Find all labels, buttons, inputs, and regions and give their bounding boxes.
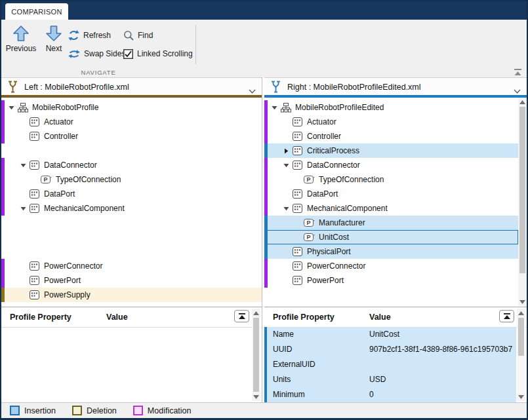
scroll-up-button[interactable] (517, 309, 525, 317)
property-row[interactable]: UnitsUSD (264, 372, 516, 387)
left-tree: MobileRobotProfileActuatorControllerData… (1, 98, 262, 306)
tree-item[interactable]: PowerPort (1, 273, 262, 288)
legend-item-modification: Modification (133, 406, 192, 415)
tree-item[interactable]: Actuator (264, 115, 518, 129)
checkbox-checked-icon[interactable] (123, 49, 133, 59)
tree-item-label: Actuator (307, 117, 336, 126)
diff-edge-modification (264, 187, 268, 201)
scroll-up-button[interactable] (252, 309, 260, 317)
value-column-header: Value (106, 313, 128, 322)
diff-edge-modification (264, 259, 268, 273)
tree-item[interactable]: PowerSupply (1, 288, 262, 302)
tree-item[interactable]: PowerConnector (264, 259, 518, 273)
tree-item-label: TypeOfConnection (319, 175, 384, 184)
collapse-panel-button[interactable] (499, 310, 514, 322)
scroll-thumb[interactable] (253, 318, 259, 392)
tree-row-blank (1, 143, 262, 158)
modification-swatch-icon (133, 406, 143, 415)
next-button[interactable]: Next (39, 25, 68, 53)
property-row[interactable]: Minimum0 (264, 387, 516, 402)
expander-expanded-icon[interactable] (281, 206, 291, 211)
previous-button[interactable]: Previous (3, 25, 39, 53)
tree-item[interactable]: PUnitCost (264, 230, 518, 244)
diff-edge-insertion (264, 230, 268, 244)
swap-sides-button[interactable]: Swap Sides (68, 48, 125, 60)
diff-edge-insertion (264, 327, 267, 342)
refresh-button[interactable]: Refresh (68, 29, 111, 41)
legend-label: Insertion (24, 406, 56, 415)
find-button[interactable]: Find (123, 29, 153, 41)
tree-item-label: PowerConnector (44, 261, 102, 271)
right-tree: MobileRobotProfileEditedActuatorControll… (264, 98, 527, 306)
svg-text:P: P (306, 234, 310, 240)
expander-expanded-icon[interactable] (281, 163, 291, 168)
expander-expanded-icon[interactable] (270, 105, 279, 110)
property-row[interactable]: UUID907b2cf1-38f1-4389-8f86-961c195703b7 (264, 342, 516, 357)
property-row[interactable]: NameUnitCost (264, 327, 516, 342)
value-column-header: Value (369, 313, 391, 322)
profile-icon (16, 103, 29, 113)
scrollbar[interactable] (252, 309, 260, 401)
expander-expanded-icon[interactable] (18, 163, 28, 168)
expander-expanded-icon[interactable] (7, 105, 16, 110)
linked-scrolling-checkbox[interactable]: Linked Scrolling (123, 48, 193, 60)
tree-item[interactable]: MechanicalComponent (264, 201, 518, 216)
tree-item[interactable]: DataPort (264, 187, 518, 201)
stereotype-icon (291, 146, 304, 155)
tree-item-label: PowerPort (44, 276, 81, 285)
property-name: Units (273, 375, 291, 384)
diff-edge-modification (264, 201, 268, 216)
tree-item[interactable]: MobileRobotProfile (1, 100, 262, 115)
tree-item[interactable]: DataConnector (264, 158, 518, 172)
diff-edge-modification (264, 115, 268, 129)
arrow-down-icon (45, 25, 63, 42)
tree-item[interactable]: Controller (1, 129, 262, 143)
legend-label: Deletion (87, 406, 117, 415)
tree-item[interactable]: MobileRobotProfileEdited (264, 100, 518, 115)
scroll-thumb[interactable] (519, 107, 525, 273)
scroll-up-button[interactable] (518, 98, 527, 106)
tree-row-blank (264, 288, 518, 302)
property-value: UnitCost (369, 330, 399, 339)
tree-item-label: MechanicalComponent (307, 204, 388, 213)
tree-item[interactable]: DataConnector (1, 158, 262, 172)
tree-item[interactable]: PowerConnector (1, 259, 262, 273)
scrollbar[interactable] (517, 309, 525, 401)
tree-item-label: Manufacturer (319, 218, 365, 227)
tree-item[interactable]: PowerPort (264, 273, 518, 288)
property-table-header: Profile Property Value (1, 307, 262, 328)
diff-edge-modification (1, 129, 5, 143)
property-row[interactable]: ExternalUID (264, 357, 516, 372)
right-pane-title: Right : MobileRobotProfileEdited.xml (287, 83, 421, 92)
expander-collapsed-icon[interactable] (281, 148, 291, 154)
previous-label: Previous (6, 44, 37, 53)
indent-spacer (1, 180, 30, 180)
tree-item[interactable]: PTypeOfConnection (264, 172, 518, 187)
tree-item[interactable]: CriticalProcess (264, 143, 518, 158)
diff-edge-modification (264, 172, 268, 187)
expander-expanded-icon[interactable] (18, 206, 28, 211)
tree-item[interactable]: DataPort (1, 187, 262, 201)
collapse-panel-button[interactable] (234, 310, 249, 322)
right-tree-scrollbar[interactable] (518, 98, 527, 306)
indent-spacer (264, 180, 293, 180)
tab-comparison[interactable]: COMPARISON (5, 3, 68, 20)
scroll-down-button[interactable] (252, 392, 260, 401)
tree-item-label: PhysicalPort (307, 247, 351, 256)
next-label: Next (46, 44, 62, 53)
legend-label: Modification (148, 406, 192, 415)
tree-item[interactable]: Controller (264, 129, 518, 143)
tree-item[interactable]: Actuator (1, 115, 262, 129)
tree-item[interactable]: PhysicalPort (264, 244, 518, 259)
tree-item-label: DataPort (307, 189, 338, 199)
tree-item[interactable]: PTypeOfConnection (1, 172, 262, 187)
scroll-down-button[interactable] (517, 392, 525, 401)
tree-item[interactable]: MechanicalComponent (1, 201, 262, 216)
scroll-down-button[interactable] (518, 297, 527, 306)
property-icon: P (40, 176, 52, 183)
tree-item-label: PowerConnector (307, 261, 365, 271)
ribbon-collapse-button[interactable] (513, 68, 522, 76)
scroll-thumb[interactable] (518, 318, 524, 356)
tree-item[interactable]: PManufacturer (264, 216, 518, 230)
tree-row-blank (1, 230, 262, 244)
